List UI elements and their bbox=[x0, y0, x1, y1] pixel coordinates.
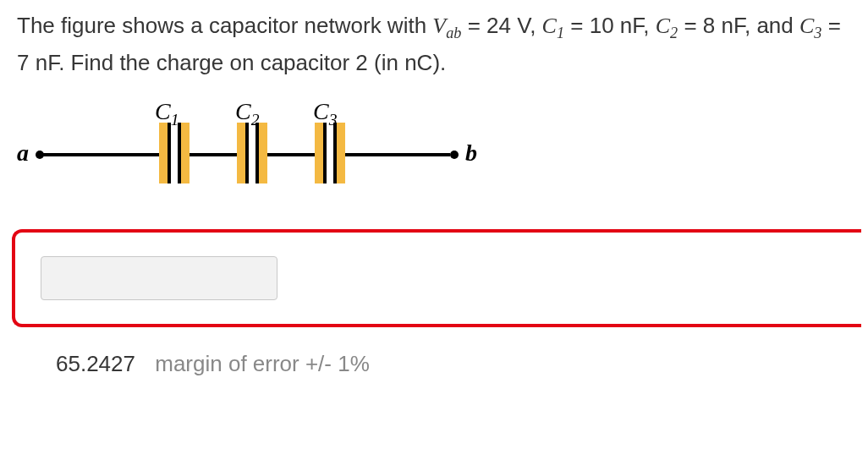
capacitor-2 bbox=[237, 123, 267, 183]
margin-note: margin of error +/- 1% bbox=[155, 351, 370, 376]
c1-sub: 1 bbox=[557, 25, 564, 41]
wire-1 bbox=[41, 153, 159, 156]
capacitor-3 bbox=[315, 123, 345, 183]
cap2-label: C2 bbox=[235, 98, 259, 129]
c3-sym: C3 bbox=[799, 14, 821, 38]
wire-3 bbox=[267, 153, 315, 156]
q-eq3: = 8 nF, and bbox=[678, 13, 799, 38]
cap1-label: C1 bbox=[155, 98, 179, 129]
answer-box bbox=[12, 229, 861, 327]
cap3-sub: 3 bbox=[329, 111, 338, 129]
vab-pre: V bbox=[432, 14, 446, 38]
wire-4 bbox=[345, 153, 450, 156]
question-text: The figure shows a capacitor network wit… bbox=[17, 8, 851, 81]
q-eq2: = 10 nF, bbox=[564, 13, 656, 38]
answer-input[interactable] bbox=[41, 256, 277, 300]
q-intro: The figure shows a capacitor network wit… bbox=[17, 13, 432, 38]
cap3-pre: C bbox=[313, 98, 329, 124]
cap1-pre: C bbox=[155, 98, 171, 124]
c2-sub: 2 bbox=[670, 25, 678, 41]
node-b-label: b bbox=[465, 140, 477, 167]
q-eq1: = 24 V, bbox=[461, 13, 541, 38]
c2-pre: C bbox=[656, 14, 670, 38]
c1-pre: C bbox=[542, 14, 557, 38]
wire-2 bbox=[190, 153, 237, 156]
cap1-sub: 1 bbox=[171, 111, 179, 129]
result-line: 65.2427 margin of error +/- 1% bbox=[56, 351, 851, 377]
node-a-label: a bbox=[17, 140, 29, 167]
c3-pre: C bbox=[799, 14, 814, 38]
cap2-sub: 2 bbox=[251, 111, 260, 129]
capacitor-1 bbox=[159, 123, 190, 183]
c1-sym: C1 bbox=[542, 14, 564, 38]
circuit-figure: a C1 C2 C3 b bbox=[17, 102, 491, 204]
cap2-pre: C bbox=[235, 98, 251, 124]
node-b-dot bbox=[450, 151, 459, 159]
vab-sym: Vab bbox=[432, 14, 461, 38]
correct-answer: 65.2427 bbox=[56, 351, 135, 376]
vab-sub: ab bbox=[446, 25, 461, 41]
c2-sym: C2 bbox=[656, 14, 678, 38]
cap3-label: C3 bbox=[313, 98, 337, 129]
